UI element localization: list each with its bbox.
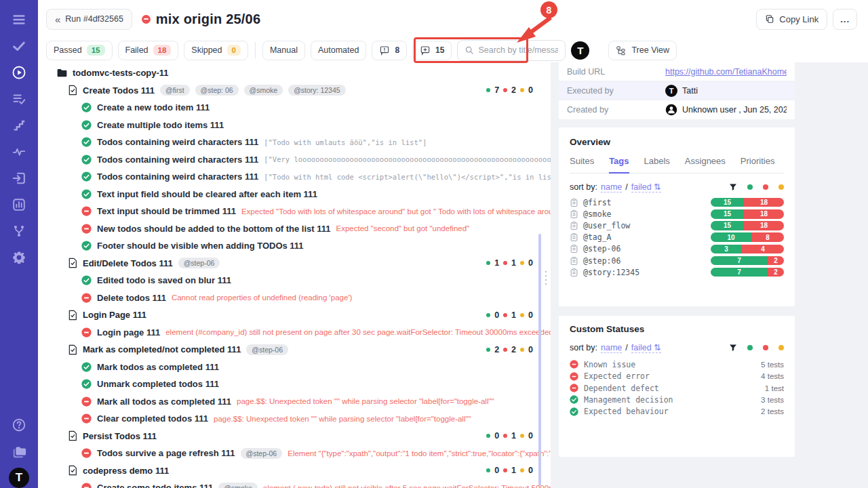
suite-row[interactable]: codepress demo 111010: [38, 462, 551, 480]
tree-scrollbar[interactable]: [538, 234, 541, 486]
test-row[interactable]: Delete todos 111Cannot read properties o…: [38, 289, 551, 307]
filter-skipped[interactable]: Skipped 0: [184, 41, 248, 60]
sidebar-item-play-circle[interactable]: [9, 62, 29, 83]
suite-row[interactable]: Create Todos 111@first@step: 06@smoke@st…: [38, 82, 551, 100]
custom-status-row[interactable]: Management decision3 tests: [570, 394, 784, 405]
sidebar-item-bar-chart[interactable]: [9, 195, 29, 215]
custom-status-row[interactable]: Dependent defect1 test: [570, 382, 784, 394]
test-row[interactable]: New todos should be added to the bottom …: [38, 220, 551, 238]
tag-stat-row[interactable]: @step-0634: [570, 243, 784, 255]
filter-automated[interactable]: Automated: [311, 41, 366, 60]
sort-failed-link[interactable]: failed ⇅: [631, 182, 661, 192]
test-row[interactable]: Mark todos as completed 111: [38, 359, 551, 376]
sidebar-item-branch[interactable]: [9, 221, 29, 241]
folder-row[interactable]: todomvc-tests-copy-11: [38, 64, 551, 82]
user-avatar[interactable]: T: [571, 41, 589, 60]
sidebar-item-menu[interactable]: [9, 9, 29, 30]
custom-status-row[interactable]: Known issue5 tests: [570, 359, 784, 370]
legend-failed-dot[interactable]: [763, 184, 768, 190]
suite-row[interactable]: Mark as completed/not completed 111@step…: [38, 341, 551, 359]
overview-title: Overview: [570, 137, 784, 147]
test-row[interactable]: Text input should be trimmed 111Expected…: [38, 203, 551, 220]
user-icon: [665, 104, 677, 116]
custom-status-row[interactable]: Expected behaviour2 tests: [570, 406, 784, 418]
sidebar-item-help[interactable]: [9, 415, 29, 435]
sidebar-item-list-check[interactable]: [9, 89, 29, 109]
filter-additions[interactable]: 15: [412, 41, 452, 60]
sort-failed-link[interactable]: failed ⇅: [631, 342, 661, 353]
sidebar-item-gear[interactable]: [9, 247, 29, 268]
tab-suites[interactable]: Suites: [570, 156, 594, 173]
tag-chip: @step-06: [178, 258, 220, 268]
build-url-link[interactable]: https://github.com/TetianaKhomenko/Load-…: [665, 67, 787, 77]
legend-skipped-dot[interactable]: [778, 184, 784, 190]
add-comment-icon: [420, 45, 431, 56]
legend-passed-dot[interactable]: [747, 345, 753, 350]
legend-passed-dot[interactable]: [747, 184, 753, 190]
sidebar-item-folder-copy[interactable]: [9, 441, 29, 462]
sidebar-item-sign-in[interactable]: [9, 168, 29, 188]
search-input[interactable]: [478, 45, 558, 55]
test-row[interactable]: Login page 111element (#company_id) stil…: [38, 324, 551, 342]
tag-name: @smoke: [583, 209, 612, 219]
suite-row[interactable]: Login Page 111010: [38, 306, 551, 324]
filter-funnel-icon[interactable]: [729, 183, 737, 191]
tab-assignees[interactable]: Assignees: [685, 156, 726, 173]
suite-counts: 220: [486, 345, 533, 354]
filter-comments[interactable]: 8: [372, 41, 407, 60]
test-row[interactable]: Create some todo items 111@smokeelement …: [38, 479, 551, 488]
test-failed-icon: [81, 396, 92, 407]
test-row[interactable]: Unmark completed todos 111: [38, 375, 551, 393]
legend-skipped-dot[interactable]: [778, 345, 784, 350]
test-row[interactable]: Text input field should be cleared after…: [38, 186, 551, 203]
tab-priorities[interactable]: Priorities: [741, 156, 775, 173]
test-row[interactable]: Clear completed todos 111page.$$: Unexpe…: [38, 410, 551, 428]
failed-segment: 18: [744, 209, 784, 219]
legend-failed-dot[interactable]: [763, 345, 768, 350]
suite-row[interactable]: Edit/Delete Todos 111@step-06110: [38, 255, 551, 272]
tab-tags[interactable]: Tags: [609, 156, 629, 174]
back-to-run-button[interactable]: « Run #4df32565: [46, 9, 132, 30]
test-row[interactable]: Footer should be visible when adding TOD…: [38, 237, 551, 255]
sidebar-item-check[interactable]: [9, 36, 29, 56]
tag-stat-row[interactable]: @first1518: [570, 197, 784, 208]
test-row[interactable]: Todos containing weird characters 111["V…: [38, 151, 551, 169]
filter-passed[interactable]: Passed 15: [46, 41, 113, 60]
test-row[interactable]: Todos survive a page refresh 111@step-06…: [38, 445, 551, 462]
sort-name-link[interactable]: name: [601, 182, 622, 192]
search-box[interactable]: [457, 40, 566, 61]
tag-name: @first: [583, 198, 612, 207]
tag-stat-row[interactable]: @user_flow1518: [570, 220, 784, 231]
filter-manual[interactable]: Manual: [262, 41, 305, 60]
test-row[interactable]: Edited todo is saved on blur 111: [38, 272, 551, 289]
test-row[interactable]: Create multiple todo items 111: [38, 117, 551, 134]
test-row[interactable]: Create a new todo item 111: [38, 99, 551, 117]
copy-link-button[interactable]: Copy Link: [756, 9, 827, 30]
tree-view-button[interactable]: Tree View: [608, 41, 677, 60]
sidebar-item-pulse[interactable]: [9, 142, 29, 162]
tag-stat-row[interactable]: @tag_A108: [570, 232, 784, 243]
test-row[interactable]: Mark all todos as completed 111page.$$: …: [38, 393, 551, 411]
suite-row[interactable]: Persist Todos 111010: [38, 428, 551, 445]
app-logo[interactable]: T: [9, 468, 29, 488]
custom-status-row[interactable]: Expected error4 tests: [570, 371, 784, 382]
panel-resize-handle[interactable]: [544, 270, 548, 287]
test-passed-icon: [81, 189, 92, 199]
status-name: Known issue: [584, 360, 635, 369]
test-row[interactable]: Todos containing weird characters 111["T…: [38, 134, 551, 151]
sidebar-item-steps[interactable]: [9, 115, 29, 136]
suite-file-icon: [68, 258, 77, 268]
tab-labels[interactable]: Labels: [644, 156, 670, 173]
more-options-button[interactable]: ...: [833, 9, 857, 30]
tag-stat-row[interactable]: @step:0672: [570, 255, 784, 266]
tag-stat-row[interactable]: @smoke1518: [570, 208, 784, 220]
filter-failed[interactable]: Failed 18: [118, 41, 179, 60]
copy-link-label: Copy Link: [779, 14, 818, 24]
test-title: Create some todo items 111: [97, 483, 213, 488]
sort-name-link[interactable]: name: [601, 343, 622, 353]
filter-funnel-icon[interactable]: [729, 344, 737, 352]
tag-stat-row[interactable]: @story:1234572: [570, 266, 784, 278]
test-row[interactable]: Todos containing weird characters 111["T…: [38, 168, 551, 186]
tag-name: @story:12345: [583, 268, 639, 277]
sort-separator: /: [625, 343, 627, 352]
